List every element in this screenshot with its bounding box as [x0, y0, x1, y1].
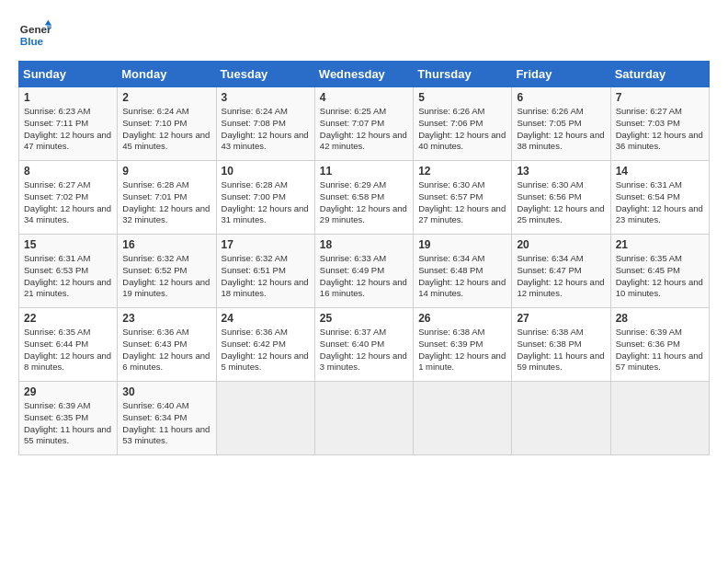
- day-number: 11: [320, 165, 408, 178]
- calendar-cell: 4 Sunrise: 6:25 AMSunset: 7:07 PMDayligh…: [314, 87, 413, 161]
- day-number: 27: [517, 312, 605, 325]
- day-number: 22: [24, 312, 112, 325]
- day-number: 25: [320, 312, 408, 325]
- cell-info: Sunrise: 6:28 AMSunset: 7:00 PMDaylight:…: [222, 179, 309, 224]
- cell-info: Sunrise: 6:39 AMSunset: 6:35 PMDaylight:…: [24, 400, 111, 445]
- day-number: 16: [122, 238, 210, 251]
- calendar-cell: 9 Sunrise: 6:28 AMSunset: 7:01 PMDayligh…: [118, 161, 216, 235]
- cell-info: Sunrise: 6:32 AMSunset: 6:51 PMDaylight:…: [222, 253, 309, 298]
- calendar-week-4: 22 Sunrise: 6:35 AMSunset: 6:44 PMDaylig…: [19, 308, 710, 382]
- calendar-cell: 19 Sunrise: 6:34 AMSunset: 6:48 PMDaylig…: [414, 235, 512, 308]
- day-number: 14: [616, 165, 704, 178]
- cell-info: Sunrise: 6:32 AMSunset: 6:52 PMDaylight:…: [122, 253, 210, 298]
- day-number: 9: [122, 165, 210, 178]
- calendar-cell: 3 Sunrise: 6:24 AMSunset: 7:08 PMDayligh…: [216, 87, 314, 161]
- day-number: 15: [24, 238, 112, 251]
- calendar-cell: 1 Sunrise: 6:23 AMSunset: 7:11 PMDayligh…: [19, 87, 118, 161]
- cell-info: Sunrise: 6:23 AMSunset: 7:11 PMDaylight:…: [24, 106, 111, 151]
- calendar-cell: 15 Sunrise: 6:31 AMSunset: 6:53 PMDaylig…: [19, 235, 118, 308]
- calendar-week-2: 8 Sunrise: 6:27 AMSunset: 7:02 PMDayligh…: [19, 161, 710, 235]
- calendar-cell: 11 Sunrise: 6:29 AMSunset: 6:58 PMDaylig…: [314, 161, 413, 235]
- day-number: 7: [616, 91, 704, 104]
- cell-info: Sunrise: 6:33 AMSunset: 6:49 PMDaylight:…: [320, 253, 407, 298]
- calendar-week-3: 15 Sunrise: 6:31 AMSunset: 6:53 PMDaylig…: [19, 235, 710, 308]
- calendar-cell: [512, 382, 610, 455]
- calendar-cell: 21 Sunrise: 6:35 AMSunset: 6:45 PMDaylig…: [610, 235, 709, 308]
- calendar-cell: 27 Sunrise: 6:38 AMSunset: 6:38 PMDaylig…: [512, 308, 610, 382]
- svg-text:Blue: Blue: [20, 35, 44, 47]
- day-number: 12: [418, 165, 506, 178]
- calendar-cell: 30 Sunrise: 6:40 AMSunset: 6:34 PMDaylig…: [118, 382, 216, 455]
- calendar-cell: 23 Sunrise: 6:36 AMSunset: 6:43 PMDaylig…: [118, 308, 216, 382]
- cell-info: Sunrise: 6:38 AMSunset: 6:38 PMDaylight:…: [517, 327, 604, 372]
- calendar-cell: [610, 382, 709, 455]
- cell-info: Sunrise: 6:34 AMSunset: 6:47 PMDaylight:…: [517, 253, 604, 298]
- cell-info: Sunrise: 6:31 AMSunset: 6:53 PMDaylight:…: [24, 253, 111, 298]
- cell-info: Sunrise: 6:35 AMSunset: 6:45 PMDaylight:…: [616, 253, 703, 298]
- day-number: 8: [24, 165, 112, 178]
- cell-info: Sunrise: 6:30 AMSunset: 6:57 PMDaylight:…: [418, 179, 506, 224]
- calendar-cell: 16 Sunrise: 6:32 AMSunset: 6:52 PMDaylig…: [118, 235, 216, 308]
- day-number: 26: [418, 312, 506, 325]
- day-number: 20: [517, 238, 605, 251]
- calendar-cell: 14 Sunrise: 6:31 AMSunset: 6:54 PMDaylig…: [610, 161, 709, 235]
- cell-info: Sunrise: 6:36 AMSunset: 6:42 PMDaylight:…: [222, 327, 309, 372]
- cell-info: Sunrise: 6:39 AMSunset: 6:36 PMDaylight:…: [616, 327, 703, 372]
- logo-icon: General Blue: [18, 18, 51, 52]
- day-number: 5: [418, 91, 506, 104]
- calendar-cell: 25 Sunrise: 6:37 AMSunset: 6:40 PMDaylig…: [314, 308, 413, 382]
- weekday-header-monday: Monday: [118, 62, 216, 87]
- day-number: 6: [517, 91, 605, 104]
- day-number: 4: [320, 91, 408, 104]
- cell-info: Sunrise: 6:38 AMSunset: 6:39 PMDaylight:…: [418, 327, 506, 372]
- weekday-header-thursday: Thursday: [414, 62, 512, 87]
- day-number: 10: [222, 165, 310, 178]
- page-header: General Blue: [18, 18, 710, 52]
- calendar-cell: 26 Sunrise: 6:38 AMSunset: 6:39 PMDaylig…: [414, 308, 512, 382]
- cell-info: Sunrise: 6:24 AMSunset: 7:10 PMDaylight:…: [122, 106, 210, 151]
- calendar-cell: 12 Sunrise: 6:30 AMSunset: 6:57 PMDaylig…: [414, 161, 512, 235]
- cell-info: Sunrise: 6:28 AMSunset: 7:01 PMDaylight:…: [122, 179, 210, 224]
- cell-info: Sunrise: 6:26 AMSunset: 7:06 PMDaylight:…: [418, 106, 506, 151]
- calendar-cell: 7 Sunrise: 6:27 AMSunset: 7:03 PMDayligh…: [610, 87, 709, 161]
- cell-info: Sunrise: 6:34 AMSunset: 6:48 PMDaylight:…: [418, 253, 506, 298]
- day-number: 23: [122, 312, 210, 325]
- cell-info: Sunrise: 6:30 AMSunset: 6:56 PMDaylight:…: [517, 179, 604, 224]
- cell-info: Sunrise: 6:26 AMSunset: 7:05 PMDaylight:…: [517, 106, 604, 151]
- calendar-cell: 20 Sunrise: 6:34 AMSunset: 6:47 PMDaylig…: [512, 235, 610, 308]
- cell-info: Sunrise: 6:37 AMSunset: 6:40 PMDaylight:…: [320, 327, 407, 372]
- cell-info: Sunrise: 6:31 AMSunset: 6:54 PMDaylight:…: [616, 179, 703, 224]
- calendar-cell: 22 Sunrise: 6:35 AMSunset: 6:44 PMDaylig…: [19, 308, 118, 382]
- calendar-cell: [216, 382, 314, 455]
- day-number: 17: [222, 238, 310, 251]
- day-number: 28: [616, 312, 704, 325]
- weekday-header-sunday: Sunday: [19, 62, 118, 87]
- day-number: 21: [616, 238, 704, 251]
- calendar-week-5: 29 Sunrise: 6:39 AMSunset: 6:35 PMDaylig…: [19, 382, 710, 455]
- calendar-cell: 6 Sunrise: 6:26 AMSunset: 7:05 PMDayligh…: [512, 87, 610, 161]
- calendar-cell: 17 Sunrise: 6:32 AMSunset: 6:51 PMDaylig…: [216, 235, 314, 308]
- cell-info: Sunrise: 6:24 AMSunset: 7:08 PMDaylight:…: [222, 106, 309, 151]
- day-number: 1: [24, 91, 112, 104]
- cell-info: Sunrise: 6:25 AMSunset: 7:07 PMDaylight:…: [320, 106, 407, 151]
- calendar-table: SundayMondayTuesdayWednesdayThursdayFrid…: [18, 61, 710, 455]
- calendar-cell: 5 Sunrise: 6:26 AMSunset: 7:06 PMDayligh…: [414, 87, 512, 161]
- calendar-cell: 24 Sunrise: 6:36 AMSunset: 6:42 PMDaylig…: [216, 308, 314, 382]
- day-number: 29: [24, 385, 112, 398]
- logo: General Blue: [18, 18, 51, 52]
- calendar-cell: 29 Sunrise: 6:39 AMSunset: 6:35 PMDaylig…: [19, 382, 118, 455]
- cell-info: Sunrise: 6:27 AMSunset: 7:02 PMDaylight:…: [24, 179, 111, 224]
- calendar-cell: 8 Sunrise: 6:27 AMSunset: 7:02 PMDayligh…: [19, 161, 118, 235]
- weekday-header-friday: Friday: [512, 62, 610, 87]
- calendar-cell: 2 Sunrise: 6:24 AMSunset: 7:10 PMDayligh…: [118, 87, 216, 161]
- cell-info: Sunrise: 6:40 AMSunset: 6:34 PMDaylight:…: [122, 400, 210, 445]
- calendar-week-1: 1 Sunrise: 6:23 AMSunset: 7:11 PMDayligh…: [19, 87, 710, 161]
- cell-info: Sunrise: 6:27 AMSunset: 7:03 PMDaylight:…: [616, 106, 703, 151]
- calendar-cell: [314, 382, 413, 455]
- calendar-cell: 18 Sunrise: 6:33 AMSunset: 6:49 PMDaylig…: [314, 235, 413, 308]
- day-number: 30: [122, 385, 210, 398]
- weekday-header-wednesday: Wednesday: [314, 62, 413, 87]
- day-number: 2: [122, 91, 210, 104]
- weekday-header-saturday: Saturday: [610, 62, 709, 87]
- calendar-cell: 13 Sunrise: 6:30 AMSunset: 6:56 PMDaylig…: [512, 161, 610, 235]
